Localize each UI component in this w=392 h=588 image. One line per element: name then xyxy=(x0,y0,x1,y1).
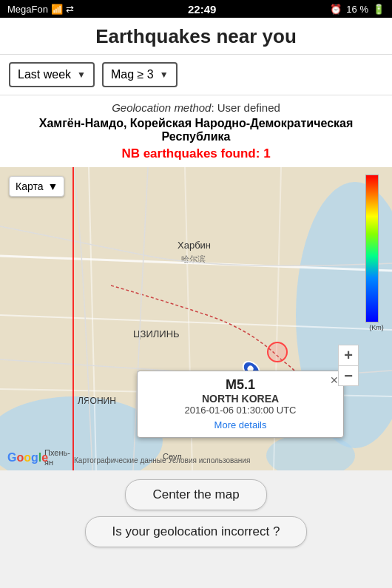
popup-region: NORTH KOREA xyxy=(145,393,336,405)
bottom-buttons: Center the map Is your geolocation incor… xyxy=(0,470,392,553)
svg-text:평양: 평양 xyxy=(48,470,63,470)
page-title: Earthquakes near you xyxy=(6,25,386,48)
mag-filter-label: Mag ≥ 3 xyxy=(111,68,154,81)
battery-label: 16 % xyxy=(346,4,368,15)
zoom-in-button[interactable]: + xyxy=(338,345,359,365)
mag-filter-select[interactable]: Mag ≥ 3 ▼ xyxy=(102,62,178,87)
carrier-label: MegaFon xyxy=(7,4,48,15)
map-type-label: Карта xyxy=(16,180,43,192)
legend-scale xyxy=(365,175,379,322)
battery-icon: 🔋 xyxy=(373,4,385,15)
sync-icon: ⇄ xyxy=(66,4,74,15)
red-vertical-line xyxy=(72,167,74,470)
zoom-controls: + − xyxy=(338,345,359,386)
legend-unit: (Km) xyxy=(365,324,388,331)
earthquake-circle xyxy=(267,342,288,362)
time-filter-label: Last week xyxy=(18,68,71,81)
map-type-arrow-icon: ▼ xyxy=(47,180,58,192)
time-filter-arrow-icon: ▼ xyxy=(77,70,86,80)
geolocation-method: Geolocation method: User defined xyxy=(9,101,383,114)
geolocation-incorrect-button[interactable]: Is your geolocation incorrect ? xyxy=(85,516,308,547)
mag-filter-arrow-icon: ▼ xyxy=(160,70,169,80)
filter-bar: Last week ▼ Mag ≥ 3 ▼ xyxy=(0,55,392,95)
status-left: MegaFon 📶 ⇄ xyxy=(7,4,74,15)
status-time: 22:49 xyxy=(188,3,216,16)
legend: (Km) xyxy=(365,175,388,331)
svg-text:Харбин: Харбин xyxy=(178,240,211,251)
center-map-button[interactable]: Center the map xyxy=(125,479,266,510)
time-filter-select[interactable]: Last week ▼ xyxy=(9,62,95,87)
popup-time: 2016-01-06 01:30:00 UTC xyxy=(145,405,336,416)
more-details-link[interactable]: More details xyxy=(214,419,267,430)
status-bar: MegaFon 📶 ⇄ 22:49 ⏰ 16 % 🔋 xyxy=(0,0,392,18)
earthquakes-found: NB earthquakes found: 1 xyxy=(9,146,383,161)
popup-magnitude: M5.1 xyxy=(145,377,336,393)
alarm-icon: ⏰ xyxy=(330,4,342,15)
svg-text:ЛЯОНИН: ЛЯОНИН xyxy=(78,396,116,406)
status-right: ⏰ 16 % 🔋 xyxy=(330,4,385,15)
svg-text:Пхень-: Пхень- xyxy=(44,448,70,457)
geolocation-label: Geolocation method xyxy=(112,101,211,114)
info-section: Geolocation method: User defined Хамгён-… xyxy=(0,95,392,167)
zoom-out-button[interactable]: − xyxy=(338,365,359,386)
earthquake-popup: ✕ M5.1 NORTH KOREA 2016-01-06 01:30:00 U… xyxy=(137,371,344,438)
location-name: Хамгён-Намдо, Корейская Народно-Демократ… xyxy=(9,117,383,143)
map-attribution: Картографические данные Условия использо… xyxy=(74,456,250,464)
map-container[interactable]: Харбин 哈尔滨 ЦЗИЛИНЬ ЛЯОНИН Пхень- ян 평양 С… xyxy=(0,167,392,470)
google-logo: Google xyxy=(7,451,48,464)
map-type-dropdown[interactable]: Карта ▼ xyxy=(9,176,64,197)
wifi-icon: 📶 xyxy=(51,4,63,15)
app-header: Earthquakes near you xyxy=(0,18,392,55)
popup-link[interactable]: More details xyxy=(145,418,336,431)
geolocation-value: User defined xyxy=(217,101,280,114)
